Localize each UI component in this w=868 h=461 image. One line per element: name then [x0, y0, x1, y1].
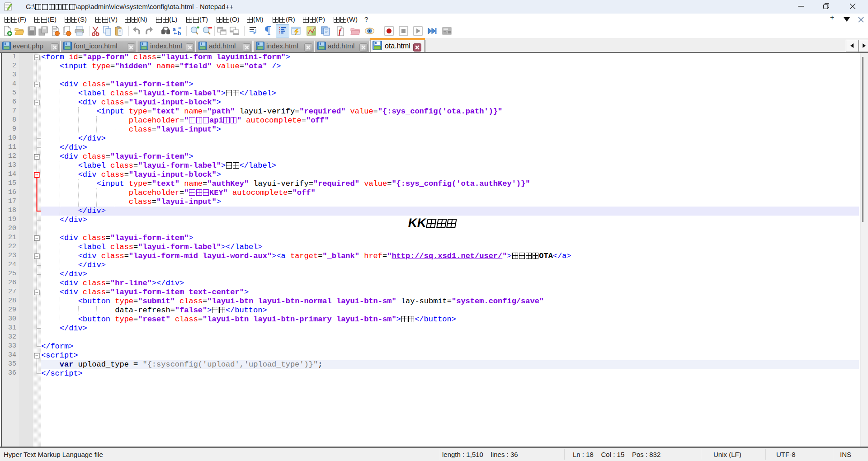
svg-text:a: a [173, 26, 176, 33]
svg-text:b: b [178, 30, 181, 36]
